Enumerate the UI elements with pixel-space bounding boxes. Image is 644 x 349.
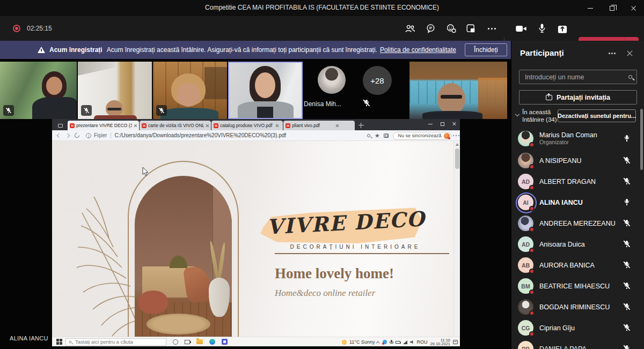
weather-label[interactable]: 11°C Sunny [349,339,375,345]
mute-all-button[interactable]: Dezactivați sunetul pentru... [558,109,636,122]
onedrive-icon[interactable] [383,340,387,344]
tab-close-icon[interactable] [206,124,209,128]
presence-busy-dot [529,269,535,274]
participant-search-input[interactable] [524,73,628,81]
tray-mic-icon[interactable] [390,340,393,345]
battery-icon[interactable] [396,341,400,344]
weather-icon[interactable] [342,340,347,345]
mic-muted-icon[interactable] [623,282,631,290]
video-tile[interactable] [153,62,227,119]
cortana-icon[interactable] [173,339,178,345]
tray-expand-icon[interactable] [376,341,380,345]
language-indicator[interactable]: ROU [416,339,427,345]
mic-on-icon[interactable] [623,198,631,206]
tab-close-icon[interactable] [335,124,353,128]
speaker-icon[interactable] [410,340,414,344]
browser-restore-button[interactable] [436,119,448,129]
mic-muted-icon[interactable] [623,219,631,227]
browser-tab[interactable]: carte de vizita IS VIVO ONLINE S [140,121,211,130]
browser-tab[interactable]: catalog produse VIVO.pdf [211,121,283,130]
mic-muted-icon[interactable] [623,177,631,185]
more-actions-button[interactable] [485,22,499,35]
tab-label: prezentare VIVRE DECO (3).pdf [76,123,132,128]
video-tile[interactable] [78,62,152,119]
taskbar-search[interactable] [65,338,166,346]
mic-muted-icon[interactable] [623,240,631,248]
action-center-icon[interactable] [453,340,458,344]
favorites-icon[interactable] [375,133,379,138]
scroll-up-icon[interactable] [456,143,459,146]
task-view-icon[interactable] [185,340,190,344]
participant-row[interactable]: CG Ciprian Gîju [511,317,640,338]
edge-browser-icon[interactable] [209,339,215,345]
participant-row[interactable]: Marius Dan Coman Organizator [511,127,640,150]
participant-row[interactable]: AD Anisoara Duica [511,234,640,255]
video-tile[interactable] [409,62,507,119]
refresh-icon[interactable] [74,132,80,139]
camera-button[interactable] [513,22,530,35]
reactions-button[interactable] [444,22,458,35]
mic-muted-icon[interactable] [623,345,631,349]
sync-status-button[interactable]: Nu se sincronizează [393,132,451,140]
search-icon [69,340,72,343]
collections-icon[interactable] [384,133,389,138]
tab-close-icon[interactable] [134,124,137,128]
overflow-count-badge[interactable]: +28 [363,66,392,95]
video-tile-active-speaker[interactable] [228,62,303,119]
close-button[interactable] [623,0,644,16]
taskbar-clock[interactable]: 11:10 29.10.2021 [430,338,450,346]
microphone-button[interactable] [534,22,550,35]
privacy-policy-link[interactable]: Politica de confidențialitate [380,46,456,54]
participant-name: BOGDAN IRIMINESCU [539,303,623,311]
browser-close-button[interactable] [448,119,460,129]
participant-row[interactable]: BOGDAN IRIMINESCU [511,296,640,317]
panel-close-button[interactable] [626,49,634,57]
tab-close-icon[interactable] [275,124,281,128]
browser-tab[interactable]: pliant vivo.pdf [283,121,355,130]
browser-tab[interactable]: prezentare VIVRE DECO (3).pdf [68,121,139,130]
participant-row-speaking[interactable]: AI ALINA IANCU [511,192,640,213]
new-tab-button[interactable] [357,122,365,129]
url-field[interactable]: Fișier C:/Users/danya/Downloads/prezenta… [86,132,286,138]
file-explorer-icon[interactable] [196,339,203,344]
network-icon[interactable] [403,340,407,344]
mic-muted-icon[interactable] [623,303,631,311]
video-tile[interactable] [0,62,77,119]
search-icon [628,75,632,79]
panel-more-button[interactable] [611,53,613,54]
share-invite-button[interactable]: Partajați invitația [519,90,637,105]
audio-only-participant[interactable]: Denisa Mih... +28 [301,62,408,119]
pdf-scrollbar[interactable] [453,141,460,337]
participant-row[interactable]: A NISIPEANU [511,150,640,171]
banner-close-button[interactable]: Închideți [465,43,507,56]
mic-muted-icon[interactable] [623,157,631,165]
maximize-button[interactable] [601,0,623,16]
participant-row[interactable]: AD ALBERT DRAGAN [511,171,640,192]
panel-scrollbar-thumb[interactable] [640,109,643,170]
browser-menu-icon[interactable] [456,135,457,137]
share-screen-button[interactable] [554,22,571,35]
browser-minimize-button[interactable] [425,119,436,129]
chat-button[interactable] [423,22,437,35]
start-button[interactable] [56,339,62,345]
taskbar-search-input[interactable] [74,338,155,345]
mic-muted-icon[interactable] [623,324,631,332]
participant-search[interactable] [519,70,637,84]
back-icon[interactable] [57,133,61,137]
breakout-rooms-button[interactable] [464,22,478,35]
mic-muted-icon[interactable] [623,261,631,269]
mic-on-icon[interactable] [623,135,631,143]
participant-row[interactable]: ANDREEA MEREZEANU [511,213,640,234]
participant-row[interactable]: DP DANIELA PAPA [511,338,640,349]
forward-icon[interactable] [65,133,70,137]
avatar-initials: CG [522,325,530,331]
find-icon[interactable] [367,134,370,137]
participant-row[interactable]: AB AURORA BANICA [511,255,640,276]
minimize-button[interactable] [580,0,601,16]
section-chevron-icon[interactable] [515,112,519,116]
participants-button[interactable] [403,22,417,35]
teams-app-icon[interactable] [222,339,228,345]
scrollbar-thumb[interactable] [455,148,459,169]
participant-row[interactable]: BM BEATRICE MIHAESCU [511,276,640,296]
tab-search-button[interactable] [54,121,66,130]
